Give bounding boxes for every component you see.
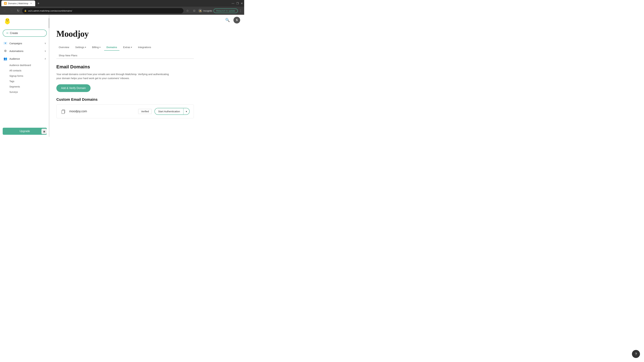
incognito-indicator: 🕵 Incognito: [198, 9, 212, 13]
nav-item-integrations[interactable]: Integrations: [136, 44, 154, 51]
user-avatar[interactable]: S: [234, 17, 240, 23]
start-auth-group: Start Authentication ▾: [154, 108, 190, 115]
content-inner: Moodjoy Overview Settings ▾ Billing ▾ Do…: [50, 23, 200, 124]
add-verify-domain-button[interactable]: Add & Verify Domain: [56, 84, 90, 92]
sidebar-item-tags[interactable]: Tags: [10, 79, 50, 84]
back-button[interactable]: ←: [2, 8, 8, 13]
audience-icon: 👥: [3, 57, 8, 60]
browser-menu-button[interactable]: ⋮: [239, 9, 242, 12]
email-domains-title: Email Domains: [56, 64, 194, 69]
settings-chevron-icon: ▾: [85, 46, 86, 48]
tab-bar: M Domains | Mailchimp × + — ❐ ✕: [0, 0, 244, 7]
svg-rect-8: [62, 110, 64, 114]
close-icon[interactable]: ✕: [241, 2, 243, 5]
sidebar: ✏ Create 📧 Campaigns ∨ ⚙ Automations ∨ 👥…: [0, 15, 50, 137]
audience-chevron-icon: ∧: [44, 57, 46, 60]
active-tab[interactable]: M Domains | Mailchimp ×: [1, 0, 35, 6]
extras-chevron-icon: ▾: [131, 46, 132, 48]
svg-rect-6: [6, 23, 8, 24]
domain-card-icon: [60, 108, 66, 114]
url-bar[interactable]: 🔒 us21.admin.mailchimp.com/account/domai…: [22, 8, 184, 13]
reading-mode-icon[interactable]: ⊡: [192, 8, 197, 13]
domain-card: moodjoy.com Verified Start Authenticatio…: [56, 104, 194, 118]
start-auth-dropdown-button[interactable]: ▾: [184, 108, 189, 114]
tab-title: Domains | Mailchimp: [8, 2, 28, 5]
email-domains-description: Your email domains control how your emai…: [56, 72, 174, 80]
domain-name: moodjoy.com: [69, 110, 136, 113]
tab-favicon: M: [4, 2, 7, 5]
verified-badge: Verified: [138, 109, 152, 114]
new-tab-button[interactable]: +: [36, 1, 41, 6]
main-content: 🔍 S Moodjoy Overview Settings ▾ Billing …: [50, 15, 244, 137]
sidebar-item-signup-forms[interactable]: Signup forms: [10, 73, 50, 79]
campaigns-icon: 📧: [3, 41, 8, 45]
restore-icon[interactable]: ❐: [236, 2, 239, 5]
sidebar-nav: 📧 Campaigns ∨ ⚙ Automations ∨ 👥 Audience…: [0, 39, 50, 126]
automations-icon: ⚙: [3, 49, 8, 53]
create-button[interactable]: ✏ Create: [3, 29, 47, 37]
billing-chevron-icon: ▾: [100, 46, 100, 48]
sidebar-item-audience[interactable]: 👥 Audience ∧: [0, 55, 50, 62]
forward-button[interactable]: →: [9, 8, 14, 13]
relaunch-button[interactable]: Relaunch to update: [214, 8, 238, 13]
nav-item-settings[interactable]: Settings ▾: [73, 44, 88, 51]
dropdown-chevron-icon: ▾: [186, 110, 187, 113]
address-bar: ← → ↻ 🔒 us21.admin.mailchimp.com/account…: [0, 7, 244, 15]
audience-sub-items: Audience dashboard All contacts Signup f…: [0, 62, 50, 95]
sidebar-item-automations[interactable]: ⚙ Automations ∨: [0, 47, 50, 55]
sidebar-item-all-contacts[interactable]: All contacts: [10, 68, 50, 73]
start-authentication-button[interactable]: Start Authentication: [155, 108, 184, 114]
svg-point-5: [8, 20, 10, 21]
reload-button[interactable]: ↻: [16, 8, 21, 13]
custom-email-domains-title: Custom Email Domains: [56, 97, 194, 102]
nav-item-billing[interactable]: Billing ▾: [90, 44, 103, 51]
sidebar-scrollbar[interactable]: [48, 15, 50, 137]
sidebar-item-segments[interactable]: Segments: [10, 84, 50, 89]
pencil-icon: ✏: [6, 31, 8, 35]
account-nav: Overview Settings ▾ Billing ▾ Domains Ex…: [56, 44, 194, 59]
url-text: us21.admin.mailchimp.com/account/domains…: [28, 9, 72, 12]
app-container: ✏ Create 📧 Campaigns ∨ ⚙ Automations ∨ 👥…: [0, 15, 244, 137]
lock-icon: 🔒: [24, 9, 27, 12]
incognito-icon: 🕵: [198, 9, 202, 13]
automations-chevron-icon: ∨: [44, 50, 46, 52]
campaigns-chevron-icon: ∨: [44, 42, 46, 44]
nav-item-extras[interactable]: Extras ▾: [121, 44, 134, 51]
top-header-icons: 🔍 S: [50, 15, 244, 23]
nav-item-overview[interactable]: Overview: [56, 44, 72, 51]
sidebar-logo-area: [0, 15, 50, 28]
copy-icon: [61, 109, 66, 114]
upgrade-button[interactable]: Upgrade: [3, 128, 47, 135]
scrollbar-thumb: [49, 18, 49, 28]
browser-chrome: M Domains | Mailchimp × + — ❐ ✕ ← → ↻ 🔒 …: [0, 0, 244, 15]
nav-item-domains[interactable]: Domains: [104, 44, 120, 51]
svg-point-4: [5, 20, 7, 21]
page-title: Moodjoy: [56, 29, 194, 39]
mailchimp-logo: [3, 17, 12, 25]
minimize-icon[interactable]: —: [232, 2, 234, 5]
tab-close-button[interactable]: ×: [30, 2, 32, 5]
collapse-icon: ▣: [43, 130, 45, 133]
nav-item-shop-new-plans[interactable]: Shop New Plans: [56, 52, 194, 59]
sidebar-item-audience-dashboard[interactable]: Audience dashboard: [10, 62, 50, 68]
sidebar-item-campaigns[interactable]: 📧 Campaigns ∨: [0, 39, 50, 47]
bookmark-icon[interactable]: ☆: [185, 8, 190, 13]
toolbar-icons: ☆ ⊡ 🕵 Incognito Relaunch to update ⋮: [185, 8, 242, 13]
sidebar-collapse-button[interactable]: ▣: [42, 129, 47, 134]
search-button[interactable]: 🔍: [224, 17, 231, 23]
sidebar-item-surveys[interactable]: Surveys: [10, 89, 50, 95]
